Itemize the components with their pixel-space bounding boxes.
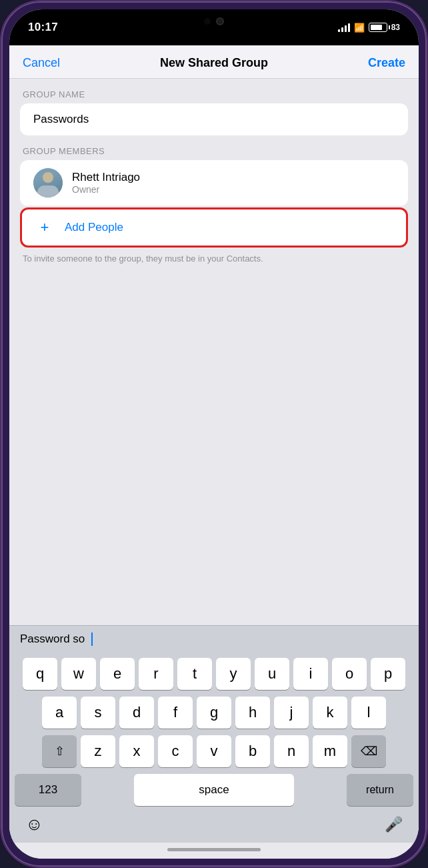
key-w[interactable]: w [61,658,96,690]
keyboard-row-2: a s d f g h j k l [12,697,416,729]
add-icon: + [35,219,54,236]
key-o[interactable]: o [332,658,367,690]
key-k[interactable]: k [313,697,347,729]
key-y[interactable]: y [216,658,251,690]
bottom-bar [9,843,419,859]
key-m[interactable]: m [313,735,347,767]
delete-key[interactable]: ⌫ [351,735,386,767]
key-n[interactable]: n [274,735,309,767]
key-s[interactable]: s [81,697,115,729]
signal-bar-3 [345,25,347,32]
group-name-section: GROUP NAME [9,79,419,135]
wifi-icon: 📶 [354,23,365,33]
key-j[interactable]: j [274,697,309,729]
battery-icon: 83 [369,23,400,32]
shift-key[interactable]: ⇧ [42,735,77,767]
add-people-container: + Add People [9,207,419,248]
key-d[interactable]: d [119,697,154,729]
suggestion-text: Password so [20,632,85,646]
member-role: Owner [72,184,395,195]
member-row: Rhett Intriago Owner [20,160,408,206]
notch-dot [204,18,211,25]
key-r[interactable]: r [139,658,173,690]
numbers-key[interactable]: 123 [15,774,81,806]
signal-bar-1 [338,29,340,32]
group-members-label: GROUP MEMBERS [9,135,419,160]
nav-bar: Cancel New Shared Group Create [9,45,419,79]
notch-camera [216,17,224,25]
screen: 10:17 📶 83 [9,9,419,859]
member-info: Rhett Intriago Owner [72,171,395,195]
key-b[interactable]: b [235,735,270,767]
key-q[interactable]: q [23,658,57,690]
battery-body [369,23,387,32]
battery-fill [371,25,383,30]
phone-frame: 10:17 📶 83 [0,0,428,868]
members-container: Rhett Intriago Owner [20,160,408,206]
form-content: GROUP NAME GROUP MEMBERS [9,79,419,625]
group-members-section: GROUP MEMBERS [9,135,419,265]
home-indicator [167,848,261,851]
create-button[interactable]: Create [368,56,405,70]
status-bar: 10:17 📶 83 [9,9,419,45]
status-icons: 📶 83 [338,23,400,33]
battery-tip [389,25,390,29]
keyboard-icon-row: ☺ 🎤 [12,811,416,840]
key-g[interactable]: g [197,697,231,729]
signal-bar-4 [348,23,350,32]
key-t[interactable]: t [177,658,212,690]
suggestion-bar: Password so [9,625,419,653]
mic-icon[interactable]: 🎤 [385,816,403,833]
nav-title: New Shared Group [160,56,268,70]
signal-bars [338,23,350,32]
add-people-button[interactable]: + Add People [20,207,408,248]
key-h[interactable]: h [235,697,270,729]
suggestion-cursor [91,632,93,646]
return-key[interactable]: return [347,774,413,806]
key-z[interactable]: z [81,735,115,767]
notch [171,9,257,33]
keyboard: q w e r t y u i o p a s d f g [9,653,419,843]
cancel-button[interactable]: Cancel [23,56,60,70]
key-x[interactable]: x [119,735,154,767]
key-v[interactable]: v [197,735,231,767]
group-name-input[interactable] [20,103,408,135]
keyboard-bottom-row: 123 space return [12,774,416,806]
add-people-label: Add People [65,221,123,234]
space-key[interactable]: space [134,774,294,806]
key-f[interactable]: f [158,697,193,729]
main-content: Cancel New Shared Group Create GROUP NAM… [9,45,419,859]
key-a[interactable]: a [42,697,77,729]
key-u[interactable]: u [255,658,289,690]
key-e[interactable]: e [100,658,135,690]
key-p[interactable]: p [371,658,405,690]
key-i[interactable]: i [293,658,328,690]
emoji-icon[interactable]: ☺ [25,814,43,835]
keyboard-row-3: ⇧ z x c v b n m ⌫ [12,735,416,767]
group-name-label: GROUP NAME [9,79,419,103]
invite-hint: To invite someone to the group, they mus… [9,248,419,265]
group-name-input-container [20,103,408,135]
battery-label: 83 [391,23,400,32]
key-l[interactable]: l [351,697,386,729]
signal-bar-2 [341,27,343,32]
status-time: 10:17 [28,21,58,34]
keyboard-row-1: q w e r t y u i o p [12,658,416,690]
member-name: Rhett Intriago [72,171,395,184]
avatar [33,168,63,197]
key-c[interactable]: c [158,735,193,767]
